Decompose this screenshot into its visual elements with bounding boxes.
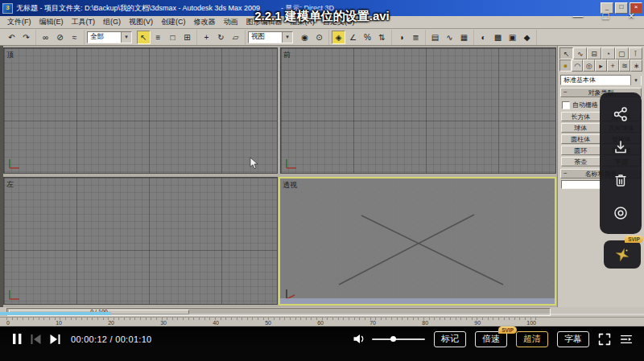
geometry-category[interactable]: ● — [559, 59, 572, 72]
lights-category[interactable]: ◎ — [583, 59, 595, 72]
pivot-center-icon[interactable]: ◉ — [298, 31, 312, 44]
volume-slider[interactable] — [372, 338, 425, 340]
menu-item[interactable]: 组(G) — [99, 17, 125, 27]
download-icon[interactable] — [613, 139, 629, 155]
percent-snap-icon[interactable]: % — [361, 31, 374, 44]
player-close-button[interactable]: × — [628, 10, 634, 22]
menu-item[interactable]: 动画 — [220, 17, 242, 27]
select-by-name-icon[interactable]: ≡ — [151, 31, 165, 44]
primitive-button[interactable]: 茶壶 — [561, 157, 601, 166]
quality-button[interactable]: 超清 — [516, 331, 548, 347]
menu-item[interactable]: 视图(V) — [125, 17, 157, 27]
letterbox-strip — [0, 351, 644, 361]
viewport-perspective[interactable]: 透视 — [279, 177, 556, 306]
video-title: 2.2.1 建模单位的设置.avi — [254, 9, 390, 24]
menu-item[interactable]: 文件(F) — [3, 17, 35, 27]
axis-gizmo-icon — [7, 285, 23, 302]
viewport-label[interactable]: 顶 — [6, 50, 14, 60]
spacewarps-category[interactable]: ≋ — [619, 59, 631, 72]
share-icon[interactable] — [613, 106, 629, 122]
cameras-category[interactable]: ▸ — [595, 59, 607, 72]
select-rotate-icon[interactable]: ↻ — [214, 31, 228, 44]
mark-button[interactable]: 标记 — [434, 331, 466, 347]
primitive-button[interactable]: 长方体 — [561, 112, 601, 121]
app-icon: 3 — [2, 3, 13, 14]
layer-manager-icon[interactable]: ▤ — [428, 31, 442, 44]
helpers-category[interactable]: + — [607, 59, 619, 72]
spinner-snap-icon[interactable]: ⇅ — [375, 31, 389, 44]
undo-icon[interactable]: ↶ — [5, 31, 19, 44]
primitive-button[interactable]: 圆环 — [561, 146, 601, 155]
utilities-tab[interactable]: ⊺ — [629, 47, 642, 59]
seek-bar-progress — [0, 312, 111, 315]
previous-button[interactable] — [31, 334, 41, 344]
window-crossing-icon[interactable]: ⊞ — [180, 31, 194, 44]
schematic-view-icon[interactable]: ▦ — [457, 31, 471, 44]
record-icon[interactable] — [613, 205, 629, 221]
angle-snap-icon[interactable]: ∠ — [346, 31, 360, 44]
primitive-type-value: 标准基本体 — [564, 76, 596, 84]
display-tab[interactable]: ▢ — [615, 47, 629, 59]
next-button[interactable] — [50, 334, 60, 344]
menu-item[interactable]: 工具(T) — [68, 17, 100, 27]
playlist-icon[interactable] — [620, 333, 633, 346]
select-move-icon[interactable]: + — [200, 31, 213, 44]
player-control-bar: 00:00:12 / 00:01:10 标记 倍速 SVIP 超清 字幕 — [0, 325, 644, 351]
chevron-down-icon: ▾ — [282, 32, 292, 43]
subtitle-button[interactable]: 字幕 — [557, 331, 589, 347]
select-link-icon[interactable]: ∞ — [39, 31, 52, 44]
unlink-icon[interactable]: ⊘ — [53, 31, 67, 44]
motion-tab[interactable]: ◔ — [601, 47, 615, 59]
hierarchy-tab[interactable]: ⊟ — [587, 47, 601, 59]
create-tab[interactable]: ↖ — [559, 47, 573, 59]
material-editor-icon[interactable]: ◐ — [477, 31, 490, 44]
favorite-tool-button[interactable]: SVIP — [604, 240, 641, 269]
menu-item[interactable]: 创建(C) — [157, 17, 190, 27]
chevron-down-icon: ▾ — [630, 75, 641, 85]
quick-render-icon[interactable]: ◆ — [520, 31, 534, 44]
delete-icon[interactable] — [613, 172, 629, 188]
object-name-field[interactable] — [561, 180, 601, 189]
coordinate-system-dropdown[interactable]: 视图 ▾ — [248, 31, 293, 43]
viewport-label[interactable]: 左 — [6, 179, 14, 190]
menu-item[interactable]: 编辑(E) — [35, 17, 68, 27]
primitive-button[interactable]: 圆柱体 — [561, 134, 601, 144]
pause-button[interactable] — [13, 334, 22, 344]
redo-icon[interactable]: ↷ — [19, 31, 33, 44]
rendered-frame-icon[interactable]: ▣ — [506, 31, 519, 44]
rect-region-icon[interactable]: □ — [166, 31, 180, 44]
systems-category[interactable]: ∗ — [630, 59, 642, 72]
volume-icon[interactable] — [353, 333, 366, 345]
menu-item[interactable]: 修改器 — [190, 17, 220, 27]
chevron-down-icon: ▾ — [121, 32, 131, 43]
align-icon[interactable]: ≣ — [409, 31, 423, 44]
selection-filter-dropdown[interactable]: 全部 ▾ — [87, 31, 132, 43]
select-scale-icon[interactable]: ▱ — [229, 31, 242, 44]
snaps-toggle-icon[interactable]: ◈ — [332, 31, 345, 44]
viewport-top[interactable]: 顶 — [3, 47, 278, 174]
primitive-type-dropdown[interactable]: 标准基本体 ▾ — [560, 75, 642, 85]
viewport-front[interactable]: 前 — [280, 47, 556, 174]
viewport-left[interactable]: 左 — [3, 177, 278, 305]
viewport-label[interactable]: 前 — [283, 50, 291, 60]
volume-knob[interactable] — [390, 336, 396, 342]
collapse-icon: − — [564, 170, 568, 177]
bind-spacewarp-icon[interactable]: ≈ — [68, 31, 81, 44]
render-setup-icon[interactable]: ▩ — [491, 31, 505, 44]
speed-button[interactable]: 倍速 SVIP — [475, 331, 507, 347]
modify-tab[interactable]: ∿ — [573, 47, 587, 59]
mirror-icon[interactable]: ◑ — [394, 31, 408, 44]
checkbox-icon[interactable] — [562, 101, 570, 109]
primitive-button[interactable]: 球体 — [561, 123, 601, 133]
player-minimize-button[interactable]: — — [573, 10, 584, 22]
select-object-icon[interactable]: ↖ — [137, 31, 151, 44]
autogrid-label: 自动栅格 — [572, 101, 598, 109]
curve-editor-icon[interactable]: ∿ — [443, 31, 456, 44]
select-manipulate-icon[interactable]: ⊙ — [312, 31, 326, 44]
player-maximize-button[interactable]: □ — [603, 10, 609, 22]
shapes-category[interactable]: ◠ — [572, 59, 584, 72]
selection-filter-value: 全部 — [90, 32, 104, 42]
grid-axes-lines — [280, 178, 555, 304]
fullscreen-icon[interactable] — [598, 333, 611, 346]
magic-star-icon — [614, 247, 630, 263]
